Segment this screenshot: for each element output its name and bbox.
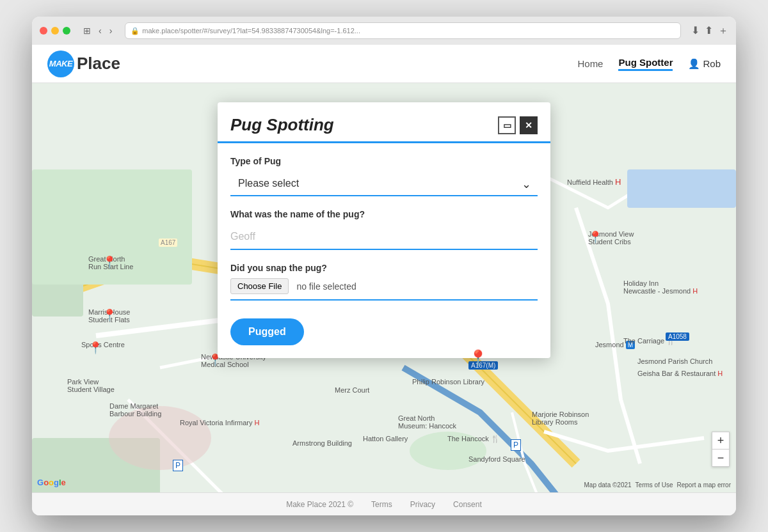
footer-consent[interactable]: Consent (453, 500, 482, 509)
choose-file-button[interactable]: Choose File (230, 278, 289, 294)
nav-home[interactable]: Home (577, 58, 603, 69)
sidebar-toggle[interactable]: ⊞ (81, 24, 93, 37)
new-tab-icon[interactable]: ＋ (718, 24, 728, 38)
app-header: MAKE Place Home Pug Spotter 👤 Rob (32, 45, 736, 83)
footer-terms[interactable]: Terms (371, 500, 392, 509)
pug-name-label: What was the name of the pug? (230, 209, 538, 219)
nav-user[interactable]: 👤 Rob (688, 58, 721, 70)
forward-button[interactable]: › (107, 24, 115, 37)
browser-window: ⊞ ‹ › 🔒 make.place/spotter/#/survey/1?la… (32, 17, 736, 515)
share-icon[interactable]: ⬆ (705, 24, 713, 38)
address-bar[interactable]: 🔒 make.place/spotter/#/survey/1?lat=54.9… (125, 22, 681, 39)
pug-snap-label: Did you snap the pug? (230, 263, 538, 273)
modal-close-button[interactable]: ✕ (520, 116, 538, 134)
app-footer: Make Place 2021 © Terms Privacy Consent (32, 492, 736, 515)
logo-place-text: Place (77, 54, 120, 74)
pug-name-group: What was the name of the pug? (230, 209, 538, 250)
footer-copyright: Make Place 2021 © (286, 500, 353, 509)
nav-pug-spotter[interactable]: Pug Spotter (618, 57, 673, 71)
maximize-traffic-light[interactable] (63, 27, 70, 35)
download-icon[interactable]: ⬇ (691, 24, 700, 38)
minimize-icon: ▭ (503, 120, 511, 130)
main-nav: Home Pug Spotter 👤 Rob (577, 57, 721, 71)
modal-body: Type of Pug Please select Fawn Pug Black… (218, 143, 550, 358)
modal-minimize-button[interactable]: ▭ (498, 116, 516, 134)
lock-icon: 🔒 (131, 27, 140, 35)
pug-spotting-modal: Pug Spotting ▭ ✕ Type of Pug (218, 102, 550, 358)
browser-toolbar-icons: ⬇ ⬆ ＋ (691, 24, 728, 38)
user-icon: 👤 (688, 58, 700, 70)
modal-overlay: Pug Spotting ▭ ✕ Type of Pug (32, 83, 736, 492)
address-text: make.place/spotter/#/survey/1?lat=54.983… (142, 27, 360, 35)
footer-privacy[interactable]: Privacy (410, 500, 435, 509)
traffic-lights (40, 27, 70, 35)
close-traffic-light[interactable] (40, 27, 47, 35)
minimize-traffic-light[interactable] (51, 27, 59, 35)
submit-button[interactable]: Pugged (230, 318, 304, 345)
logo-make-text: MAKE (49, 59, 72, 68)
type-of-pug-select[interactable]: Please select Fawn Pug Black Pug Apricot… (230, 171, 538, 196)
close-icon: ✕ (525, 120, 532, 130)
modal-header: Pug Spotting ▭ ✕ (218, 102, 550, 143)
file-upload-row: Choose File no file selected (230, 278, 538, 301)
pug-snap-group: Did you snap the pug? Choose File no fil… (230, 263, 538, 301)
type-of-pug-label: Type of Pug (230, 156, 538, 166)
browser-nav-icons: ⊞ ‹ › (81, 24, 115, 37)
modal-title: Pug Spotting (230, 115, 334, 135)
back-button[interactable]: ‹ (96, 24, 104, 37)
logo-bubble: MAKE (47, 51, 74, 77)
type-select-wrapper: Please select Fawn Pug Black Pug Apricot… (230, 171, 538, 196)
title-bar: ⊞ ‹ › 🔒 make.place/spotter/#/survey/1?la… (32, 17, 736, 45)
type-of-pug-group: Type of Pug Please select Fawn Pug Black… (230, 156, 538, 196)
file-status: no file selected (296, 281, 356, 292)
logo: MAKE Place (47, 51, 120, 77)
pug-name-input[interactable] (230, 224, 538, 250)
modal-controls: ▭ ✕ (498, 116, 538, 134)
user-name: Rob (703, 58, 721, 69)
map-container: Newcastle High Schoolfor Girls Senior Sc… (32, 83, 736, 492)
map-pin-selected: 📍 (468, 349, 488, 367)
